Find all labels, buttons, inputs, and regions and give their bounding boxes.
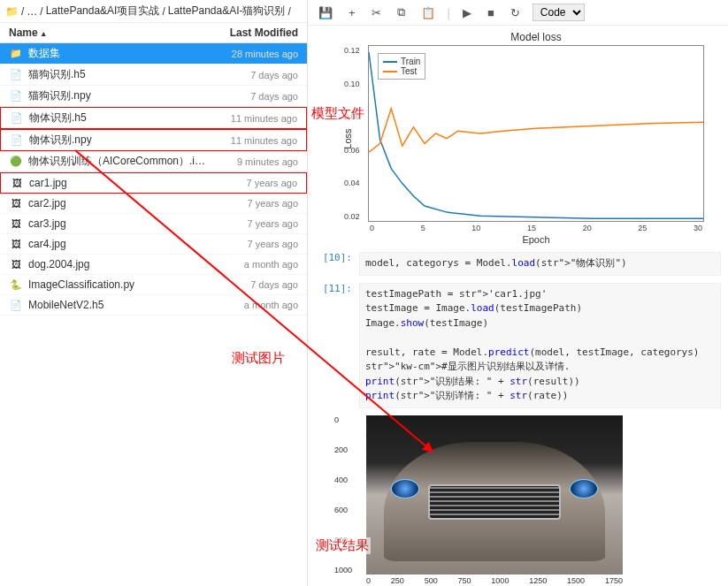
file-row[interactable]: 📄物体识别.npy11 minutes ago: [0, 129, 307, 151]
nb-icon: 🟢: [9, 155, 23, 169]
file-name: dog.2004.jpg: [28, 258, 210, 270]
cell-code[interactable]: testImagePath = str">'car1.jpg' testImag…: [359, 283, 721, 408]
file-modified: 7 days ago: [210, 279, 298, 290]
file-icon: 📄: [9, 89, 23, 103]
img-icon: 🖼: [9, 196, 23, 210]
file-modified: 7 years ago: [209, 178, 297, 188]
file-name: 猫狗识别.npy: [28, 88, 210, 103]
col-name[interactable]: Name: [9, 27, 210, 39]
file-modified: 9 minutes ago: [210, 156, 298, 167]
notebook-panel: 💾 + ✂ ⧉ 📋 | ▶ ■ ↻ Code Model loss Loss 0…: [308, 0, 728, 586]
file-modified: 7 days ago: [210, 70, 298, 80]
img-icon: 🖼: [10, 176, 24, 190]
paste-button[interactable]: 📋: [418, 4, 439, 21]
annotation-test-image: 测试图片: [230, 350, 287, 367]
file-name: car2.jpg: [28, 197, 210, 209]
notebook-content: Model loss Loss 0.120.100.080.060.040.02…: [308, 26, 728, 586]
file-modified: 7 days ago: [210, 91, 298, 102]
file-name: car1.jpg: [29, 177, 209, 189]
file-row[interactable]: 🐍ImageClassification.py7 days ago: [0, 275, 307, 295]
file-row[interactable]: 📄物体识别.h511 minutes ago: [0, 107, 307, 129]
file-row[interactable]: 📄猫狗识别.h57 days ago: [0, 65, 307, 86]
file-row[interactable]: 🖼car1.jpg7 years ago: [0, 172, 307, 194]
file-row[interactable]: 🖼car4.jpg7 years ago: [0, 234, 307, 255]
restart-button[interactable]: ↻: [507, 4, 524, 21]
py-icon: 🐍: [9, 278, 23, 292]
chart-title: Model loss: [368, 31, 704, 43]
cut-button[interactable]: ✂: [368, 4, 385, 21]
loss-chart: Model loss Loss 0.120.100.080.060.040.02…: [368, 31, 704, 245]
file-modified: a month ago: [210, 259, 298, 270]
file-row[interactable]: 🖼car2.jpg7 years ago: [0, 194, 307, 214]
folder-icon: 📁: [5, 5, 19, 18]
file-row[interactable]: 📄猫狗识别.npy7 days ago: [0, 86, 307, 107]
chart-xticks: 051015202530: [368, 224, 704, 232]
chart-legend: Train Test: [378, 53, 425, 80]
run-button[interactable]: ▶: [459, 4, 475, 21]
image-xticks: 02505007501000125015001750: [366, 576, 623, 585]
file-row[interactable]: 📁数据集28 minutes ago: [0, 43, 307, 65]
breadcrumb[interactable]: 📁 / … / LattePanda&AI项目实战 / LattePanda&A…: [0, 0, 307, 23]
chart-yticks: 0.120.100.080.060.040.02: [344, 46, 360, 221]
file-name: car4.jpg: [28, 238, 210, 250]
file-name: 数据集: [28, 46, 210, 61]
file-list: 📁数据集28 minutes ago📄猫狗识别.h57 days ago📄猫狗识…: [0, 43, 307, 586]
notebook-toolbar: 💾 + ✂ ⧉ 📋 | ▶ ■ ↻ Code: [308, 0, 728, 26]
cell-code[interactable]: model, categorys = Model.load(str">"物体识别…: [359, 252, 721, 276]
file-modified: 11 minutes ago: [209, 135, 297, 146]
stop-button[interactable]: ■: [484, 4, 498, 21]
code-cell-11[interactable]: [11]: testImagePath = str">'car1.jpg' te…: [315, 283, 721, 408]
file-icon: 📄: [10, 111, 24, 126]
file-modified: 28 minutes ago: [210, 49, 298, 59]
file-name: 物体识别.h5: [29, 110, 209, 126]
car-image: [366, 415, 623, 575]
annotation-test-result: 测试结果: [314, 537, 371, 554]
annotation-model-files: 模型文件: [310, 105, 366, 122]
file-name: ImageClassification.py: [28, 278, 210, 291]
code-cell-10[interactable]: [10]: model, categorys = Model.load(str"…: [315, 252, 721, 276]
chart-frame: Loss 0.120.100.080.060.040.02 Train Test: [368, 45, 704, 222]
cell-type-select[interactable]: Code: [533, 4, 585, 21]
chart-xlabel: Epoch: [368, 234, 704, 245]
file-modified: 7 years ago: [210, 218, 298, 229]
file-name: MobileNetV2.h5: [28, 299, 210, 311]
file-row[interactable]: 📄MobileNetV2.h5a month ago: [0, 295, 307, 316]
file-row[interactable]: 🖼dog.2004.jpga month ago: [0, 255, 307, 275]
cell-prompt: [10]:: [315, 252, 359, 276]
save-button[interactable]: 💾: [315, 4, 336, 21]
file-modified: 11 minutes ago: [209, 113, 297, 124]
file-icon: 📄: [9, 68, 23, 82]
copy-button[interactable]: ⧉: [394, 4, 409, 21]
file-name: car3.jpg: [28, 217, 210, 230]
img-icon: 🖼: [9, 237, 23, 251]
file-row[interactable]: 🖼car3.jpg7 years ago: [0, 214, 307, 234]
img-icon: 🖼: [9, 217, 23, 231]
file-modified: 7 years ago: [210, 198, 298, 209]
folder-icon: 📁: [9, 47, 23, 61]
file-icon: 📄: [10, 133, 24, 148]
file-row[interactable]: 🟢物体识别训练（AICoreCommon）.ipynb9 minutes ago: [0, 151, 307, 172]
cell-prompt: [11]:: [315, 283, 359, 408]
file-name: 物体识别.npy: [29, 133, 209, 148]
file-list-header[interactable]: Name Last Modified: [0, 23, 307, 43]
add-cell-button[interactable]: +: [345, 4, 359, 21]
image-output: 02004006008001000 0250500750100012501500…: [359, 415, 651, 585]
file-modified: 7 years ago: [210, 239, 298, 249]
file-browser-panel: 📁 / … / LattePanda&AI项目实战 / LattePanda&A…: [0, 0, 308, 586]
col-modified[interactable]: Last Modified: [210, 27, 298, 39]
file-name: 猫狗识别.h5: [28, 67, 210, 82]
img-icon: 🖼: [9, 257, 23, 271]
file-name: 物体识别训练（AICoreCommon）.ipynb: [28, 154, 210, 169]
file-modified: a month ago: [210, 300, 298, 310]
file-icon: 📄: [9, 298, 23, 312]
